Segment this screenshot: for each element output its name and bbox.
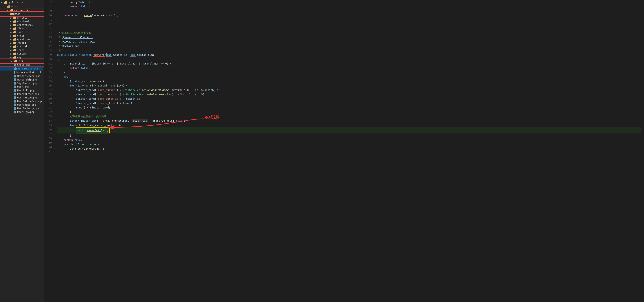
tree-label-userbill-php: UserBill.php <box>17 89 34 92</box>
code-line-67: } <box>57 134 641 138</box>
tree-label-special: special <box>17 45 28 48</box>
tree-label-userextract-php: UserExtract.php <box>17 93 39 96</box>
tree-item-special[interactable]: ▶ special <box>0 45 44 48</box>
code-line-53: } <box>57 70 641 75</box>
code-line-39: } <box>57 9 641 13</box>
tree-label-record: record <box>17 41 26 44</box>
code-line-52: return false; <box>57 66 641 70</box>
tree-item-memberrecord-php[interactable]: C MemberRecord.php <box>0 74 44 78</box>
code-line-59: $inster_card['card_batch_id'] = $batch_i… <box>57 97 641 101</box>
tree-label-membership-php: MemberShip.php <box>17 78 38 81</box>
php-file-icon: C <box>14 111 16 114</box>
tree-label-group-php: Group.php <box>17 63 30 66</box>
tree-label-store: store <box>17 49 24 51</box>
tree-item-record[interactable]: ▶ record <box>0 41 44 45</box>
tree-item-membership-php[interactable]: C MemberShip.php <box>0 78 44 82</box>
tree-label-userpoint-php: UserPoint.php <box>17 104 36 106</box>
line-numbers: 37 38 39 40 41 42 43 44 45 46 47 48 49 5… <box>44 0 54 302</box>
tree-item-usernoticesee-php[interactable]: C UserNoticeSee.php <box>0 100 44 103</box>
php-file-icon: C <box>14 71 15 74</box>
tree-item-model[interactable]: ▼ model <box>0 12 44 16</box>
annotation-arrow-svg <box>54 0 54 0</box>
arrow-icon: ▼ <box>4 5 7 7</box>
code-line-43 <box>57 26 641 31</box>
code-line-71: } <box>57 151 641 155</box>
tree-label-user: user <box>18 60 24 62</box>
tree-item-usersign-php[interactable]: C UserSign.php <box>0 110 44 114</box>
tree-item-application[interactable]: ▼ application <box>0 1 44 4</box>
tree-label-memberrecord-php: MemberRecord.php <box>17 75 40 78</box>
code-line-54: try{ <box>57 75 641 79</box>
code-line-44: /**根据批次id和数量生成卡 <box>57 31 641 35</box>
tree-item-admin[interactable]: ▼ admin <box>0 4 44 8</box>
code-line-66: self::insertAll($v); <box>57 128 641 134</box>
arrow-icon: ▼ <box>1 1 4 4</box>
code-line-63: //数据切片批量插入，提高性能 <box>57 114 641 119</box>
tree-item-userrecharge-php[interactable]: C UserRecharge.php <box>0 107 44 110</box>
tree-item-system[interactable]: ▶ system <box>0 52 44 55</box>
code-line-37: if (empty($where)) { <box>57 0 641 4</box>
php-file-icon: C <box>14 67 17 70</box>
php-file-icon: C <box>14 82 16 85</box>
tree-label-user-php: User.php <box>17 86 29 88</box>
tree-item-live[interactable]: ▶ live <box>0 30 44 34</box>
tree-item-usernotice-php[interactable]: C UserNotice.php <box>0 96 44 100</box>
code-line-58: $inster_card['card_password'] = UtilServ… <box>57 92 641 97</box>
tree-label-ump: ump <box>17 56 22 59</box>
tree-item-user[interactable]: ▼ user <box>0 59 44 63</box>
tree-item-order[interactable]: ▶ order <box>0 34 44 37</box>
code-line-41: } <box>57 17 641 22</box>
code-editor[interactable]: 37 38 39 40 41 42 43 44 45 46 47 48 49 5… <box>44 0 644 302</box>
tree-label-controller: controller <box>14 9 28 11</box>
code-line-46: * @param int $total_num <box>57 39 641 44</box>
code-line-55: $inster_card = array(); <box>57 79 641 84</box>
code-line-64: $chunk_inster_card = array_chunk($res, s… <box>57 119 641 123</box>
php-file-icon: C <box>14 96 16 99</box>
tree-label-model: model <box>14 12 22 15</box>
code-line-70: echo $e->getMessage(); <box>57 147 641 151</box>
code-line-51: if (!$batch_id || $batch_id == 0 || !$to… <box>57 61 641 66</box>
php-file-icon: C <box>14 93 16 96</box>
code-line-47: * @return bool <box>57 44 641 48</box>
tree-item-group-php[interactable]: C Group.php <box>0 63 44 67</box>
tree-label-usersign-php: UserSign.php <box>17 111 34 114</box>
code-line-57: $inster_card['card_number'] = UtilServic… <box>57 88 641 92</box>
code-line-65: foreach ($chunk_inster_card as $v) <box>57 123 641 128</box>
code-line-62: } <box>57 110 641 114</box>
tree-label-membercardbatch-php: MemberCardBatch.php <box>16 71 43 74</box>
tree-item-userpoint-php[interactable]: C UserPoint.php <box>0 103 44 107</box>
tree-label-order: order <box>17 34 24 37</box>
php-file-icon: C <box>14 89 16 92</box>
tree-item-membercard-php[interactable]: C MemberCard.php <box>0 67 44 70</box>
tree-label-membercard-php: MemberCard.php <box>18 67 38 70</box>
tree-item-signposter-php[interactable]: C SignPoster.php <box>0 82 44 85</box>
code-line-68: return true; <box>57 138 641 142</box>
tree-item-userextract-php[interactable]: C UserExtract.php <box>0 92 44 96</box>
code-line-56: for ($i = 0; $i < $total_num; $i++) { <box>57 84 641 88</box>
tree-item-ump[interactable]: ▶ ump <box>0 55 44 59</box>
php-file-icon: C <box>14 86 16 88</box>
code-line-69: }catch (\Exception $e){ <box>57 142 641 147</box>
arrow-icon: ▼ <box>8 13 10 15</box>
php-file-icon: C <box>14 75 16 78</box>
tree-item-questions[interactable]: ▶ questions <box>0 37 44 41</box>
tree-item-article[interactable]: ▶ article <box>0 16 44 19</box>
tree-item-download[interactable]: ▶ download <box>0 19 44 23</box>
arrow-icon: ▶ <box>7 9 10 11</box>
file-tree[interactable]: ▼ application ▼ admin ▶ controller ▼ mod… <box>0 0 44 302</box>
tree-item-finance[interactable]: ▶ finance <box>0 27 44 30</box>
tree-label-questions: questions <box>17 38 30 41</box>
php-file-icon: C <box>14 78 16 81</box>
tree-item-membercardbatch-php[interactable]: C MemberCardBatch.php <box>0 71 44 74</box>
php-file-icon: C <box>14 100 16 103</box>
tree-item-store[interactable]: ▶ store <box>0 48 44 52</box>
tree-label-finance: finance <box>17 27 28 30</box>
tree-item-userbill-php[interactable]: C UserBill.php <box>0 89 44 92</box>
code-line-45: * @param int $batch_id <box>57 35 641 39</box>
tree-label-usernotice-php: UserNotice.php <box>17 96 38 99</box>
tree-item-user-php[interactable]: C User.php <box>0 85 44 89</box>
tree-item-controller[interactable]: ▶ controller <box>0 8 44 12</box>
code-line-40: return self::where($where)->find(); <box>57 13 641 17</box>
tree-item-educational[interactable]: ▶ educational <box>0 23 44 27</box>
tree-label-signposter-php: SignPoster.php <box>17 82 38 85</box>
